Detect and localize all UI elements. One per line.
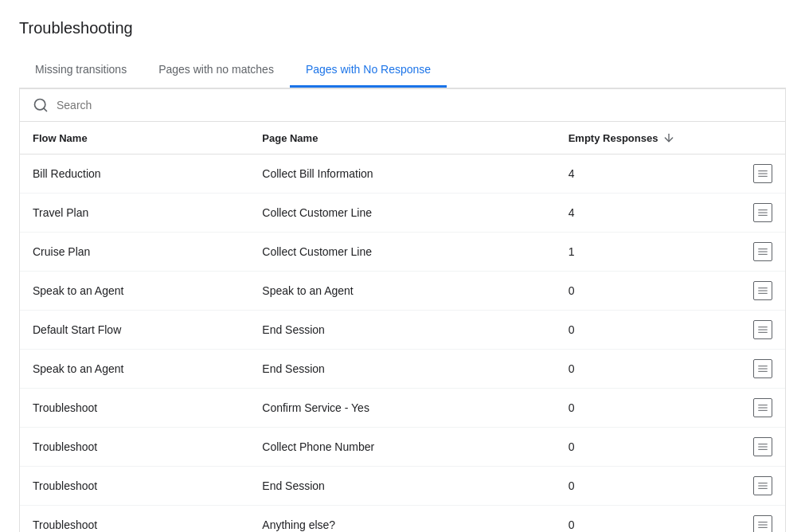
table-row: Speak to an Agent End Session 0 — [20, 350, 785, 389]
table-row: Troubleshoot Collect Phone Number 0 — [20, 428, 785, 467]
cell-flow-name: Bill Reduction — [20, 155, 249, 194]
cell-action-icon[interactable] — [709, 350, 785, 389]
cell-page-name: Anything else? — [249, 506, 555, 533]
col-header-page-name: Page Name — [249, 122, 555, 155]
view-details-icon[interactable] — [753, 164, 772, 183]
tab-pages-no-matches[interactable]: Pages with no matches — [143, 53, 290, 88]
cell-page-name: End Session — [249, 350, 555, 389]
cell-flow-name: Speak to an Agent — [20, 350, 249, 389]
view-details-icon[interactable] — [753, 398, 772, 417]
cell-empty-responses: 0 — [556, 272, 709, 311]
cell-flow-name: Troubleshoot — [20, 506, 249, 533]
cell-flow-name: Troubleshoot — [20, 389, 249, 428]
sort-arrow-icon — [662, 131, 675, 144]
search-input[interactable] — [57, 99, 772, 111]
view-details-icon[interactable] — [753, 281, 772, 300]
cell-action-icon[interactable] — [709, 506, 785, 533]
table-row: Troubleshoot Anything else? 0 — [20, 506, 785, 533]
cell-page-name: End Session — [249, 467, 555, 506]
cell-page-name: Confirm Service - Yes — [249, 389, 555, 428]
data-table-container: Flow Name Page Name Empty Responses — [19, 88, 786, 532]
cell-flow-name: Default Start Flow — [20, 311, 249, 350]
cell-flow-name: Troubleshoot — [20, 467, 249, 506]
table-row: Speak to an Agent Speak to an Agent 0 — [20, 272, 785, 311]
cell-empty-responses: 0 — [556, 506, 709, 533]
tab-missing-transitions[interactable]: Missing transitions — [19, 53, 143, 88]
cell-action-icon[interactable] — [709, 155, 785, 194]
view-details-icon[interactable] — [753, 359, 772, 378]
cell-page-name: Collect Customer Line — [249, 233, 555, 272]
cell-flow-name: Troubleshoot — [20, 428, 249, 467]
cell-empty-responses: 4 — [556, 155, 709, 194]
cell-action-icon[interactable] — [709, 389, 785, 428]
view-details-icon[interactable] — [753, 515, 772, 532]
cell-action-icon[interactable] — [709, 272, 785, 311]
cell-flow-name: Cruise Plan — [20, 233, 249, 272]
tab-bar: Missing transitions Pages with no matche… — [19, 53, 786, 88]
col-header-flow-name: Flow Name — [20, 122, 249, 155]
table-row: Travel Plan Collect Customer Line 4 — [20, 194, 785, 233]
table-row: Bill Reduction Collect Bill Information … — [20, 155, 785, 194]
cell-page-name: Collect Customer Line — [249, 194, 555, 233]
page-title: Troubleshooting — [19, 19, 786, 37]
cell-action-icon[interactable] — [709, 467, 785, 506]
cell-page-name: Speak to an Agent — [249, 272, 555, 311]
cell-page-name: Collect Phone Number — [249, 428, 555, 467]
view-details-icon[interactable] — [753, 203, 772, 222]
search-icon — [33, 97, 49, 113]
cell-page-name: End Session — [249, 311, 555, 350]
col-header-empty-responses[interactable]: Empty Responses — [556, 122, 709, 155]
cell-page-name: Collect Bill Information — [249, 155, 555, 194]
view-details-icon[interactable] — [753, 476, 772, 495]
tab-pages-no-response[interactable]: Pages with No Response — [290, 53, 447, 88]
cell-empty-responses: 1 — [556, 233, 709, 272]
cell-action-icon[interactable] — [709, 311, 785, 350]
cell-action-icon[interactable] — [709, 194, 785, 233]
cell-empty-responses: 0 — [556, 389, 709, 428]
cell-empty-responses: 0 — [556, 350, 709, 389]
svg-line-1 — [44, 108, 47, 111]
cell-flow-name: Speak to an Agent — [20, 272, 249, 311]
cell-action-icon[interactable] — [709, 428, 785, 467]
cell-empty-responses: 4 — [556, 194, 709, 233]
cell-empty-responses: 0 — [556, 311, 709, 350]
view-details-icon[interactable] — [753, 242, 772, 261]
table-row: Troubleshoot End Session 0 — [20, 467, 785, 506]
col-header-actions — [709, 122, 785, 155]
table-row: Cruise Plan Collect Customer Line 1 — [20, 233, 785, 272]
view-details-icon[interactable] — [753, 320, 772, 339]
cell-flow-name: Travel Plan — [20, 194, 249, 233]
cell-empty-responses: 0 — [556, 467, 709, 506]
table-row: Troubleshoot Confirm Service - Yes 0 — [20, 389, 785, 428]
table-row: Default Start Flow End Session 0 — [20, 311, 785, 350]
cell-empty-responses: 0 — [556, 428, 709, 467]
cell-action-icon[interactable] — [709, 233, 785, 272]
view-details-icon[interactable] — [753, 437, 772, 456]
search-bar — [20, 89, 785, 122]
data-table: Flow Name Page Name Empty Responses — [20, 122, 785, 532]
